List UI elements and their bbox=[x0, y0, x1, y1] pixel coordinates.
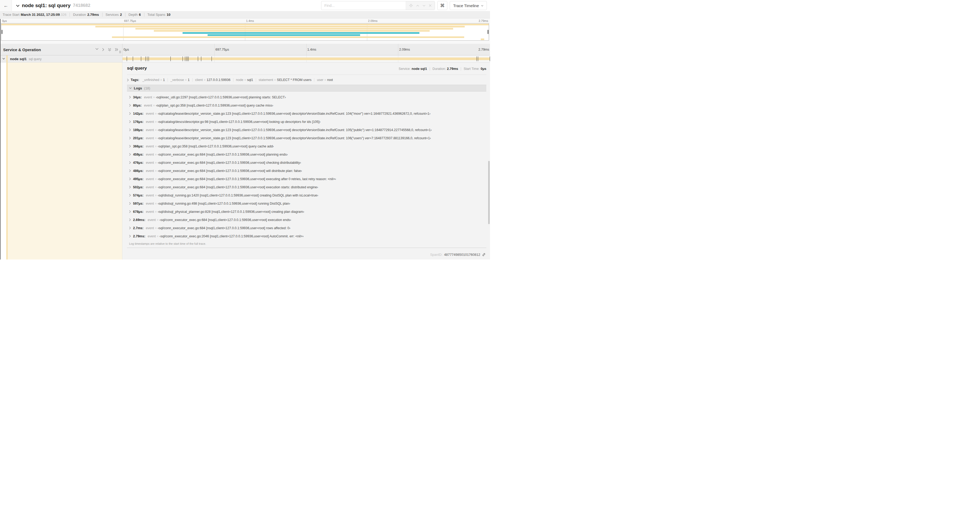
log-row[interactable]: 34μs: event = ‹sql/exec_util.go:2297 [ns… bbox=[129, 93, 486, 101]
trace-summary-bar: Trace Start March 31 2022, 17:25:09 .326… bbox=[0, 11, 490, 18]
trace-id-short: 7418682 bbox=[73, 3, 91, 8]
chevron-right-icon bbox=[129, 194, 131, 197]
log-row[interactable]: 142μs: event = ‹sql/catalog/lease/descri… bbox=[129, 109, 486, 118]
log-row[interactable]: 2.69ms: event = ‹sql/conn_executor_exec.… bbox=[129, 216, 486, 224]
chevron-right-icon bbox=[129, 177, 131, 180]
log-timestamp: 189μs: bbox=[133, 128, 143, 132]
tick-label: 1.4ms bbox=[246, 19, 254, 22]
log-value: ‹sql/conn_executor_exec.go:684 [nsql1,cl… bbox=[158, 177, 336, 181]
equals-sign: = bbox=[244, 78, 246, 81]
log-row[interactable]: 678μs: event = ‹sql/distsql_physical_pla… bbox=[129, 208, 486, 216]
log-row[interactable]: 597μs: event = ‹sql/distsql_running.go:4… bbox=[129, 200, 486, 208]
link-icon[interactable] bbox=[482, 252, 486, 257]
equals-sign: = bbox=[155, 161, 156, 164]
minimap-tick-labels: 0μs697.75μs1.4ms2.09ms2.79ms bbox=[1, 19, 489, 23]
minimap-span-bar bbox=[183, 32, 419, 34]
log-row[interactable]: 366μs: event = ‹sql/plan_opt.go:358 [nsq… bbox=[129, 142, 486, 150]
log-row[interactable]: 502μs: event = ‹sql/conn_executor_exec.g… bbox=[129, 183, 486, 191]
tag-value: SELECT * FROM users bbox=[277, 78, 312, 82]
collapse-controls bbox=[95, 48, 118, 51]
meta-value: 0μs bbox=[480, 67, 486, 71]
span-row[interactable]: node sql1sql query bbox=[0, 55, 490, 62]
log-value: ‹sql/conn_executor_exec.go:684 [nsql1,cl… bbox=[160, 218, 291, 222]
log-timestamp: 142μs: bbox=[133, 112, 143, 115]
log-row[interactable]: 495μs: event = ‹sql/conn_executor_exec.g… bbox=[129, 175, 486, 183]
log-field-name: event bbox=[146, 145, 154, 148]
trace-view-dropdown[interactable]: Trace Timeline bbox=[450, 1, 487, 10]
log-field-name: event bbox=[144, 96, 152, 99]
log-value: ‹sql/conn_executor_exec.go:684 [nsql1,cl… bbox=[158, 185, 318, 189]
log-row[interactable]: 80μs: event = ‹sql/plan_opt.go:358 [nsql… bbox=[129, 101, 486, 109]
collapse-one-icon[interactable] bbox=[95, 48, 99, 51]
chevron-right-icon bbox=[129, 128, 131, 131]
log-timestamp: 201μs: bbox=[133, 136, 143, 140]
chevron-right-icon bbox=[129, 137, 131, 139]
logs-count: (18) bbox=[144, 86, 150, 90]
span-id-label: SpanID: bbox=[430, 252, 442, 257]
log-value: ‹sql/distsql_running.go:498 [nsql1,clien… bbox=[158, 202, 290, 206]
tag-value: 1 bbox=[188, 78, 190, 82]
expand-all-icon[interactable] bbox=[115, 48, 118, 51]
span-row-timeline-cell[interactable] bbox=[123, 55, 490, 62]
span-service-name: node sql1sql query bbox=[10, 57, 41, 61]
log-timestamp: 476μs: bbox=[133, 161, 143, 164]
meta-label: Duration: bbox=[433, 67, 446, 71]
locate-icon[interactable] bbox=[409, 4, 413, 7]
keyboard-shortcuts-button[interactable]: ⌘ bbox=[438, 1, 447, 10]
log-field-name: event bbox=[146, 202, 154, 206]
log-field-name: event bbox=[146, 185, 154, 189]
expand-one-icon[interactable] bbox=[102, 48, 104, 51]
summary-item: Trace Start March 31 2022, 17:25:09 .326 bbox=[3, 13, 67, 17]
log-timestamp: 502μs: bbox=[133, 185, 143, 189]
summary-item: Services 2 bbox=[106, 13, 122, 17]
find-input[interactable] bbox=[321, 1, 406, 10]
collapse-all-icon[interactable] bbox=[108, 48, 111, 51]
trace-title-wrap[interactable]: node sql1: sql query 7418682 bbox=[16, 3, 91, 8]
log-marker bbox=[183, 56, 183, 61]
equals-sign: = bbox=[157, 218, 158, 222]
log-value: ‹sql/catalog/lease/descriptor_version_st… bbox=[158, 136, 431, 140]
log-row[interactable]: 486μs: event = ‹sql/conn_executor_exec.g… bbox=[129, 167, 486, 175]
log-marker bbox=[133, 56, 133, 61]
tag-key: user bbox=[317, 78, 323, 82]
minimap-left-scrubber[interactable] bbox=[1, 30, 3, 34]
log-field-name: event bbox=[146, 177, 154, 181]
summary-item-label: Trace Start bbox=[3, 13, 19, 17]
log-row[interactable]: 2.79ms: event = ‹sql/conn_executor_exec.… bbox=[129, 232, 486, 240]
back-button[interactable]: ← bbox=[0, 0, 12, 11]
tick-label: 2.09ms bbox=[368, 19, 377, 22]
log-row[interactable]: 176μs: event = ‹sql/catalog/descs/descri… bbox=[129, 118, 486, 126]
span-duration-bar[interactable] bbox=[123, 57, 490, 60]
column-resize-handle[interactable] bbox=[119, 51, 121, 53]
timeline-header-row: Service & Operation 0μs697.75μs1.4ms2.09… bbox=[0, 44, 490, 55]
log-row[interactable]: 189μs: event = ‹sql/catalog/lease/descri… bbox=[129, 126, 486, 134]
log-marker bbox=[490, 56, 490, 61]
log-row[interactable]: 476μs: event = ‹sql/conn_executor_exec.g… bbox=[129, 158, 486, 167]
span-detail-title[interactable]: sql query bbox=[127, 65, 147, 71]
log-row[interactable]: 574μs: event = ‹sql/distsql_running.go:1… bbox=[129, 191, 486, 200]
tag-key: node bbox=[236, 78, 243, 82]
log-row[interactable]: 459μs: event = ‹sql/conn_executor_exec.g… bbox=[129, 150, 486, 158]
log-timestamp: 2.7ms: bbox=[133, 226, 143, 230]
summary-item-value: 2.79ms bbox=[87, 13, 99, 17]
chevron-down-icon[interactable] bbox=[16, 5, 19, 7]
chevron-down-icon[interactable] bbox=[2, 58, 5, 60]
minimap-canvas[interactable] bbox=[1, 23, 489, 41]
scrollbar-thumb[interactable] bbox=[488, 161, 490, 224]
summary-item-value: March 31 2022, 17:25:09 bbox=[21, 13, 60, 17]
minimap-right-scrubber[interactable] bbox=[487, 30, 489, 34]
clear-icon[interactable] bbox=[429, 4, 431, 7]
chevron-up-icon[interactable] bbox=[416, 5, 419, 6]
log-marker bbox=[201, 56, 201, 61]
span-row-name-cell[interactable]: node sql1sql query bbox=[0, 55, 123, 62]
tick-label: 2.09ms bbox=[399, 48, 410, 51]
log-row[interactable]: 201μs: event = ‹sql/catalog/lease/descri… bbox=[129, 134, 486, 142]
chevron-down-icon[interactable] bbox=[423, 5, 425, 6]
tags-accordian[interactable]: Tags: _unfinished = 1 _verbose = 1 clien… bbox=[127, 77, 486, 83]
trace-timeline-page: ← node sql1: sql query 7418682 ⌘ Trace bbox=[0, 0, 490, 260]
logs-header[interactable]: Logs (18) bbox=[127, 85, 486, 91]
summary-item-label: Depth bbox=[129, 13, 138, 17]
minimap-span-bar bbox=[481, 38, 484, 40]
equals-sign: = bbox=[153, 104, 154, 107]
log-row[interactable]: 2.7ms: event = ‹sql/conn_executor_exec.g… bbox=[129, 224, 486, 232]
